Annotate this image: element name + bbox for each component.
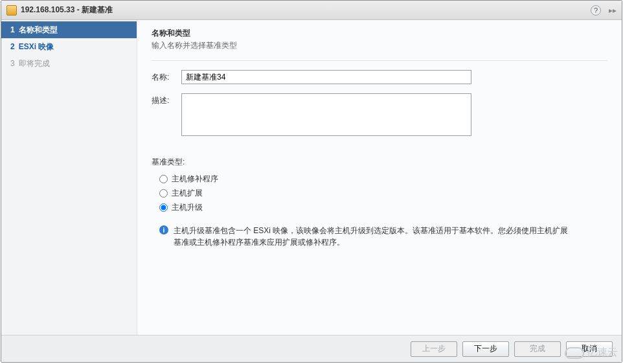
wizard-step-name-type[interactable]: 1 名称和类型 [1,21,137,38]
radio-host-upgrade[interactable]: 主机升级 [159,200,607,214]
radio-host-extension-input[interactable] [159,189,168,198]
dialog-window: 192.168.105.33 - 新建基准 ? ▸▸ 1 名称和类型 2 ESX… [1,0,622,363]
title-bar: 192.168.105.33 - 新建基准 ? ▸▸ [1,1,622,20]
step-number: 1 [10,25,15,34]
step-label: ESXi 映像 [19,41,54,52]
wizard-sidebar: 1 名称和类型 2 ESXi 映像 3 即将完成 [1,20,137,335]
help-icon[interactable]: ? [591,5,601,16]
wizard-main: 名称和类型 输入名称并选择基准类型 名称: 描述: 基准类型: 主机修补程序 主… [137,20,622,335]
dialog-body: 1 名称和类型 2 ESXi 映像 3 即将完成 名称和类型 输入名称并选择基准… [1,20,622,335]
radio-host-upgrade-input[interactable] [159,203,168,212]
radio-host-extension-label: 主机扩展 [172,188,203,199]
radio-host-patch-label: 主机修补程序 [172,174,218,185]
next-button[interactable]: 下一步 [462,341,509,357]
wizard-step-ready: 3 即将完成 [1,55,137,72]
description-label: 描述: [152,93,181,106]
app-icon [6,5,17,16]
name-input[interactable] [181,70,471,84]
step-label: 即将完成 [19,58,50,69]
wizard-step-esxi-image[interactable]: 2 ESXi 映像 [1,38,137,55]
finish-button: 完成 [514,341,561,357]
window-title: 192.168.105.33 - 新建基准 [21,5,113,16]
dialog-footer: 上一步 下一步 完成 取消 [1,335,622,362]
name-label: 名称: [152,70,181,83]
step-number: 2 [10,42,15,51]
info-text: 主机升级基准包含一个 ESXi 映像，该映像会将主机升级到选定版本。该基准适用于… [174,225,574,248]
info-panel: i 主机升级基准包含一个 ESXi 映像，该映像会将主机升级到选定版本。该基准适… [159,225,574,248]
cancel-button[interactable]: 取消 [566,341,613,357]
step-number: 3 [10,59,15,68]
step-label: 名称和类型 [19,25,58,36]
expand-icon[interactable]: ▸▸ [609,6,617,15]
description-textarea[interactable] [181,93,471,136]
section-heading: 名称和类型 [152,28,607,39]
radio-host-patch[interactable]: 主机修补程序 [159,172,607,186]
radio-host-upgrade-label: 主机升级 [172,202,203,213]
baseline-type-label: 基准类型: [152,157,607,168]
back-button: 上一步 [411,341,457,357]
radio-host-extension[interactable]: 主机扩展 [159,186,607,200]
info-icon: i [159,225,168,234]
radio-host-patch-input[interactable] [159,175,168,183]
divider [152,60,607,61]
section-subheading: 输入名称并选择基准类型 [152,40,607,51]
